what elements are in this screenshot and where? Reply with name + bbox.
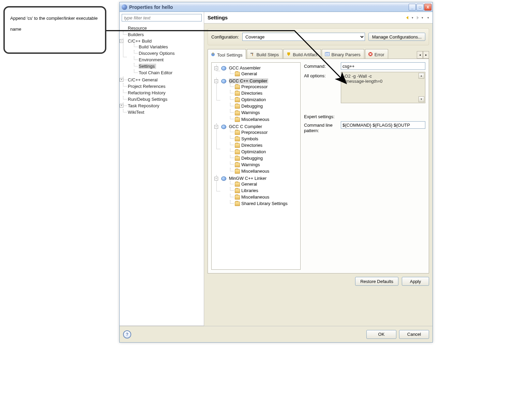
tool-cc-debugging[interactable]: Debugging <box>228 155 299 161</box>
configuration-label: Configuration: <box>211 34 239 40</box>
nav-project-references[interactable]: Project References <box>123 83 202 90</box>
nav-back-icon[interactable] <box>405 15 410 20</box>
close-button[interactable]: X <box>424 4 431 11</box>
tool-tree: − GCC Assembler General − GCC C++ Compil… <box>211 62 301 270</box>
nav-toolchain-editor[interactable]: Tool Chain Editor <box>134 69 202 76</box>
view-menu-icon[interactable]: ▾ <box>427 16 429 19</box>
minimize-button[interactable]: _ <box>409 4 416 11</box>
tool-cpp-warnings[interactable]: Warnings <box>228 109 299 116</box>
manage-configurations-button[interactable]: Manage Configurations... <box>368 33 425 41</box>
nav-run-debug-settings[interactable]: Run/Debug Settings <box>123 96 202 103</box>
nav-resource[interactable]: Resource <box>123 25 202 31</box>
all-options-area: -O2 -g -Wall -c -fmessage-length=0 ▴ ▾ <box>341 72 425 103</box>
nav-task-repository[interactable]: + Task Repository <box>123 103 202 109</box>
trophy-icon <box>286 52 291 58</box>
inner-footer: Restore Defaults Apply <box>204 277 429 286</box>
folder-icon <box>235 117 240 122</box>
tool-cc-misc[interactable]: Miscellaneous <box>228 168 299 174</box>
cancel-button[interactable]: Cancel <box>399 330 429 339</box>
tabs-scroll-left[interactable]: ◂ <box>417 51 423 59</box>
apply-button[interactable]: Apply <box>402 277 429 286</box>
command-label: Command: <box>304 62 338 70</box>
nav-ccpp-build[interactable]: − C/C++ Build Build Variables Discovery … <box>123 38 202 77</box>
tool-cpp-directories[interactable]: Directories <box>228 90 299 96</box>
nav-wikitext[interactable]: WikiText <box>123 109 202 115</box>
nav-settings[interactable]: Settings <box>134 63 202 69</box>
page-header: Settings ▾ ▾ ▾ <box>204 12 432 23</box>
nav-build-variables[interactable]: Build Variables <box>134 44 202 50</box>
tool-icon <box>221 125 226 129</box>
tool-cc-warnings[interactable]: Warnings <box>228 161 299 168</box>
all-options-label: All options: <box>304 72 338 103</box>
tabs-scroll-right[interactable]: ▸ <box>423 51 429 59</box>
tool-cc-optimization[interactable]: Optimization <box>228 148 299 155</box>
collapse-icon[interactable]: − <box>214 79 218 83</box>
restore-defaults-button[interactable]: Restore Defaults <box>355 277 398 286</box>
collapse-icon[interactable]: − <box>214 66 218 70</box>
binary-icon: 010 <box>325 52 330 58</box>
scroll-down-icon[interactable]: ▾ <box>419 96 424 102</box>
help-button[interactable]: ? <box>123 330 131 339</box>
tool-form: Command: All options: -O2 -g -Wall -c -f… <box>304 62 425 270</box>
expand-icon[interactable]: + <box>120 104 123 108</box>
folder-icon <box>235 169 240 174</box>
configuration-bar: Configuration: Coverage Manage Configura… <box>208 28 429 45</box>
tool-cpp-misc[interactable]: Miscellaneous <box>228 116 299 123</box>
tool-asm-general[interactable]: General <box>228 70 299 77</box>
tool-gcc-assembler[interactable]: − GCC Assembler General <box>214 65 299 78</box>
tab-build-artifact[interactable]: Build Artifact <box>283 49 321 59</box>
folder-icon <box>235 85 240 89</box>
tabs: Tool Settings Build Steps Build Artifact <box>208 49 429 59</box>
nav-forward-icon[interactable] <box>415 15 420 20</box>
expand-icon[interactable]: + <box>120 78 123 82</box>
titlebar: Properties for hello _ □ X <box>120 2 432 12</box>
tool-cc-preprocessor[interactable]: Preprocessor <box>228 129 299 136</box>
tool-mingw-cpp-linker[interactable]: − MinGW C++ Linker General Libraries Mis… <box>214 175 299 207</box>
hammer-icon <box>250 52 255 58</box>
nav-back-menu[interactable]: ▾ <box>412 16 413 19</box>
tool-ld-shared[interactable]: Shared Library Settings <box>228 200 299 207</box>
tool-icon <box>221 176 226 181</box>
folder-icon <box>235 202 240 206</box>
ok-button[interactable]: OK <box>366 330 396 339</box>
nav-discovery-options[interactable]: Discovery Options <box>134 50 202 57</box>
tool-cc-symbols[interactable]: Symbols <box>228 136 299 142</box>
folder-icon <box>235 98 240 102</box>
tool-cpp-debugging[interactable]: Debugging <box>228 103 299 109</box>
tool-cc-directories[interactable]: Directories <box>228 142 299 148</box>
command-line-pattern-input[interactable] <box>341 121 425 129</box>
tab-error-parsers[interactable]: Error <box>365 49 388 59</box>
expert-settings-label: Expert settings: <box>304 114 425 119</box>
nav-environment[interactable]: Environment <box>134 57 202 63</box>
properties-dialog: Properties for hello _ □ X Resource Buil… <box>119 2 433 343</box>
svg-rect-4 <box>288 55 289 56</box>
folder-icon <box>235 156 240 161</box>
command-line-pattern-label: Command line pattern: <box>304 121 338 133</box>
filter-input[interactable] <box>122 14 202 21</box>
folder-icon <box>235 130 240 135</box>
tool-cpp-optimization[interactable]: Optimization <box>228 96 299 103</box>
tool-gcc-c-compiler[interactable]: − GCC C Compiler Preprocessor Symbols Di… <box>214 123 299 175</box>
tab-binary-parsers[interactable]: 010 Binary Parsers <box>322 49 364 59</box>
collapse-icon[interactable]: − <box>214 125 218 129</box>
tool-icon <box>221 66 226 70</box>
collapse-icon[interactable]: − <box>214 177 218 180</box>
tab-build-steps[interactable]: Build Steps <box>247 49 283 59</box>
tool-ld-general[interactable]: General <box>228 181 299 187</box>
tool-ld-misc[interactable]: Miscellaneous <box>228 194 299 200</box>
tab-tool-settings[interactable]: Tool Settings <box>208 49 246 59</box>
tool-gcc-cpp-compiler[interactable]: − GCC C++ Compiler Preprocessor Director… <box>214 78 299 123</box>
scroll-up-icon[interactable]: ▴ <box>419 73 424 79</box>
callout-text: Append 'cs' to the compiler/linker execu… <box>10 16 97 32</box>
collapse-icon[interactable]: − <box>120 39 123 43</box>
maximize-button[interactable]: □ <box>416 4 424 11</box>
nav-forward-menu[interactable]: ▾ <box>422 16 423 19</box>
folder-icon <box>235 189 240 193</box>
nav-ccpp-general[interactable]: + C/C++ General <box>123 77 202 83</box>
configuration-select[interactable]: Coverage <box>242 33 365 41</box>
command-input[interactable] <box>341 62 425 70</box>
tool-cpp-preprocessor[interactable]: Preprocessor <box>228 83 299 90</box>
tool-ld-libraries[interactable]: Libraries <box>228 187 299 194</box>
nav-builders[interactable]: Builders <box>123 31 202 38</box>
nav-refactoring-history[interactable]: Refactoring History <box>123 90 202 96</box>
